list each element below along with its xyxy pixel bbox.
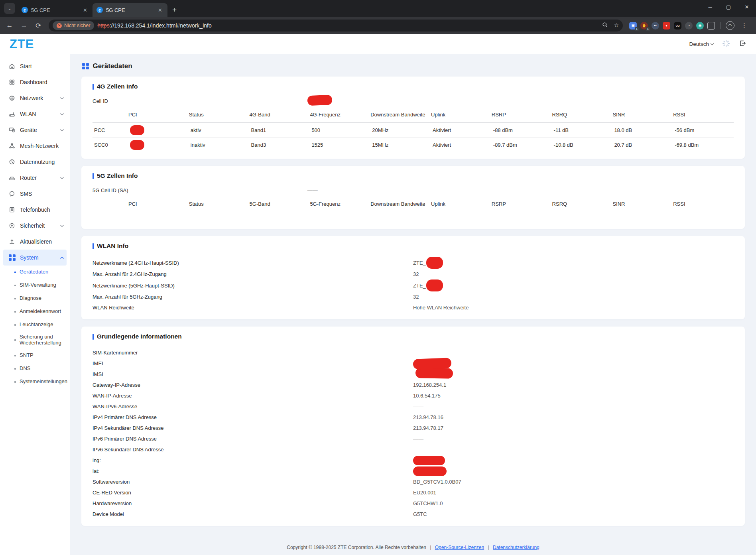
sidebar-item-sicherheit[interactable]: Sicherheit xyxy=(0,218,70,234)
tab-title: 5G CPE xyxy=(31,7,78,13)
maximize-button[interactable]: ▢ xyxy=(719,4,738,10)
section-title: 4G Zellen Info xyxy=(93,83,734,90)
logout-icon[interactable] xyxy=(739,39,746,49)
list-item: IMSI xyxy=(93,369,734,380)
sidebar-item-datennutzung[interactable]: Datennutzung xyxy=(0,154,70,170)
sidebar-item-start[interactable]: Start xyxy=(0,58,70,74)
tab-close-icon[interactable]: ✕ xyxy=(156,6,164,14)
tab-search-button[interactable]: ⌄ xyxy=(4,3,15,14)
spinner-icon xyxy=(722,39,730,49)
sidebar-subitem-sntp[interactable]: SNTP xyxy=(0,349,70,362)
tab-close-icon[interactable]: ✕ xyxy=(81,6,89,14)
section-title: WLAN Info xyxy=(93,242,734,250)
chevron-down-icon xyxy=(60,113,64,116)
sidebar-item-router[interactable]: Router xyxy=(0,170,70,186)
sidebar-subitem-systemeinstellungen[interactable]: Systemeinstellungen xyxy=(0,375,70,388)
window-controls: ─ ▢ ✕ xyxy=(701,0,756,14)
minimize-button[interactable]: ─ xyxy=(701,4,719,10)
phonebook-icon xyxy=(9,207,16,213)
zoom-icon[interactable] xyxy=(602,22,608,29)
sidebar-subitem-sicherung[interactable]: Sicherung und Wiederherstellung xyxy=(0,331,70,349)
section-title: Grundlegende Informationen xyxy=(93,333,734,340)
dashboard-icon xyxy=(9,79,16,85)
5g-table-header: PCI Status 5G-Band 5G-Frequenz Downstrea… xyxy=(93,197,734,212)
address-bar[interactable]: ✕ Nicht sicher https://192.168.254.1/ind… xyxy=(49,20,623,31)
extensions-area: ▣1 ✋1 •• ▾ oo ◔ ◉ ◠ ⋮ xyxy=(627,21,753,30)
sidebar-item-telefonbuch[interactable]: Telefonbuch xyxy=(0,202,70,218)
https-struck: https xyxy=(97,22,109,29)
extension-shield-icon[interactable]: ▣1 xyxy=(629,22,637,30)
sidebar-subitem-diagnose[interactable]: Diagnose xyxy=(0,292,70,305)
table-row-pcc: PCC aktiv Band1 500 20MHz Aktiviert -88 … xyxy=(93,123,734,138)
profile-avatar[interactable]: ◠ xyxy=(726,21,734,30)
4g-table-header: PCI Status 4G-Band 4G-Frequenz Downstrea… xyxy=(93,108,734,123)
list-item: Gateway-IP-Adresse 192.168.254.1 xyxy=(93,380,734,390)
list-item: WAN-IP-Adresse 10.6.54.175 xyxy=(93,390,734,401)
extension-teal-icon[interactable]: ◉ xyxy=(696,22,704,30)
sidebar-item-netzwerk[interactable]: Netzwerk xyxy=(0,90,70,106)
sidebar-item-dashboard[interactable]: Dashboard xyxy=(0,74,70,90)
back-button[interactable]: ← xyxy=(3,19,16,32)
list-item: IPv6 Primärer DNS Adresse —— xyxy=(93,433,734,444)
bookmark-star-icon[interactable]: ☆ xyxy=(614,22,619,29)
sidebar-item-mesh-netzwerk[interactable]: Mesh-Netzwerk xyxy=(0,138,70,154)
footer: Copyright © 1998-2025 ZTE Corporation. A… xyxy=(81,539,745,555)
sidebar-subitem-sim-verwaltung[interactable]: SIM-Verwaltung xyxy=(0,279,70,292)
redaction-imei xyxy=(413,358,452,369)
sidebar-subitem-dns[interactable]: DNS xyxy=(0,362,70,375)
browser-tab-2-active[interactable]: e 5G CPE ✕ xyxy=(93,3,167,17)
sidebar-subitem-anmeldekennwort[interactable]: Anmeldekennwort xyxy=(0,305,70,318)
list-item: Device Model G5TC xyxy=(93,509,734,520)
chevron-down-icon xyxy=(711,42,714,45)
redaction-pci xyxy=(130,140,144,150)
open-source-licenses-link[interactable]: Open-Source-Lizenzen xyxy=(435,545,484,550)
not-secure-icon: ✕ xyxy=(57,23,62,28)
sidebar-subitem-leuchtanzeige[interactable]: Leuchtanzeige xyxy=(0,318,70,331)
page-title: Gerätedaten xyxy=(82,62,745,70)
sidebar-item-system[interactable]: System xyxy=(3,250,67,266)
extension-mask-icon[interactable]: •• xyxy=(652,22,659,30)
new-tab-button[interactable]: + xyxy=(167,6,181,17)
list-item: IMEI xyxy=(93,358,734,369)
forward-button[interactable]: → xyxy=(18,19,30,32)
chevron-down-icon xyxy=(60,224,64,227)
list-item: lng: xyxy=(93,455,734,466)
chevron-down-icon: ⌄ xyxy=(8,6,12,11)
url-text: https://192.168.254.1/index.html#network… xyxy=(97,22,211,29)
tab-title: 5G CPE xyxy=(106,7,153,13)
browser-menu-icon[interactable]: ⋮ xyxy=(738,22,750,29)
list-item: WLAN Reichweite Hohe WLAN Reichweite xyxy=(93,302,734,313)
list-item: IPv6 Sekundärer DNS Adresse —— xyxy=(93,444,734,455)
privacy-policy-link[interactable]: Datenschutzerklärung xyxy=(493,545,539,550)
cell-id-row: Cell ID xyxy=(93,94,734,108)
browser-tab-1[interactable]: e 5G CPE ✕ xyxy=(18,3,93,17)
close-window-button[interactable]: ✕ xyxy=(738,4,756,10)
toolbar-divider xyxy=(720,22,721,29)
list-item: WAN-IPv6-Adresse —— xyxy=(93,401,734,412)
chevron-down-icon xyxy=(60,129,64,132)
sidebar-item-geraete[interactable]: Geräte xyxy=(0,122,70,138)
home-icon xyxy=(9,63,16,69)
chevron-up-icon xyxy=(60,256,64,259)
redaction-ssid xyxy=(426,279,443,291)
extension-dislike-icon[interactable]: ▾ xyxy=(663,22,670,30)
list-item: Netzwerkname (2.4GHz-Haupt-SSID) ZTE_ xyxy=(93,257,734,269)
extension-pie-icon[interactable]: ◔ xyxy=(685,22,693,30)
data-usage-pie-icon xyxy=(9,159,16,165)
security-chip[interactable]: ✕ Nicht sicher xyxy=(53,21,94,30)
redaction-pci xyxy=(130,125,144,135)
sidebar-item-wlan[interactable]: WLAN xyxy=(0,106,70,122)
chat-bubble-icon xyxy=(9,191,16,197)
sidebar-item-aktualisieren[interactable]: Aktualisieren xyxy=(0,234,70,250)
sidebar-subitem-geraetedaten[interactable]: Gerätedaten xyxy=(0,266,70,279)
list-item: Softwareversion BD_G5TCV1.0.0B07 xyxy=(93,476,734,487)
language-selector[interactable]: Deutsch xyxy=(689,41,713,47)
sidebar-item-sms[interactable]: SMS xyxy=(0,186,70,202)
card-4g-zellen-info: 4G Zellen Info Cell ID PCI Status 4G-Ban… xyxy=(81,77,745,159)
extension-dark-reader-icon[interactable]: oo xyxy=(674,22,681,30)
reload-button[interactable]: ⟳ xyxy=(32,19,45,32)
extensions-puzzle-icon[interactable] xyxy=(707,22,715,30)
extension-blocker-icon[interactable]: ✋1 xyxy=(640,22,648,30)
devices-icon xyxy=(9,127,16,133)
section-title: 5G Zellen Info xyxy=(93,172,734,179)
